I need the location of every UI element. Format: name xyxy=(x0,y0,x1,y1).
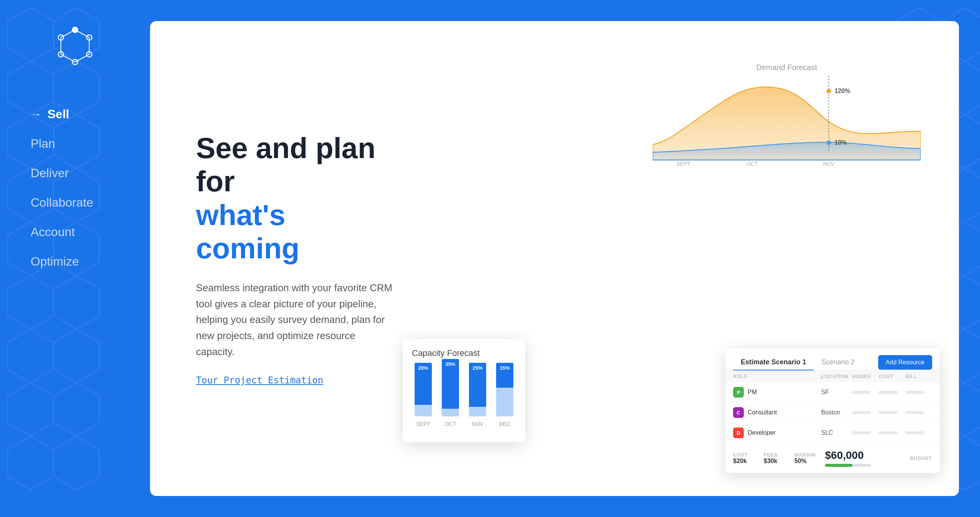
budget-bar-fill xyxy=(825,464,853,467)
fees-value: $30k xyxy=(764,458,794,465)
demand-forecast-chart: 120% 10% SEPT OCT NOV xyxy=(653,76,921,168)
bar-nov: 25% NOV xyxy=(466,363,489,427)
svg-marker-14 xyxy=(8,383,54,436)
charts-section: Demand Forecast xyxy=(426,52,928,465)
bar-sept-month: SEPT xyxy=(416,421,430,427)
role-badge-pm: P xyxy=(733,387,744,398)
bar-oct-month: OCT xyxy=(445,421,456,427)
bar-sept-label: 20% xyxy=(418,365,428,371)
cost-developer-bar xyxy=(879,431,898,434)
svg-marker-3 xyxy=(54,61,100,115)
table-row: D Developer SLC xyxy=(725,423,940,443)
location-consultant: Boston xyxy=(821,409,852,416)
table-row: C Consultant Boston xyxy=(725,403,940,423)
budget-col: $60,000 xyxy=(825,449,902,467)
sidebar-item-label: Collaborate xyxy=(31,196,93,210)
bar-dec-month: DEC xyxy=(499,421,511,427)
tab-scenario-2-label: Scenario 2 xyxy=(822,358,854,366)
estimate-tabs: Estimate Scenario 1 Scenario 2 Add Resou… xyxy=(725,348,940,370)
sidebar-item-label: Deliver xyxy=(31,166,69,180)
sidebar-item-label: Optimize xyxy=(31,254,79,269)
col-cost: COST xyxy=(879,373,905,379)
cost-consultant-bar xyxy=(879,411,898,414)
heading-line2: what's coming xyxy=(196,198,395,265)
estimate-card: Estimate Scenario 1 Scenario 2 Add Resou… xyxy=(725,348,940,473)
capacity-forecast-card: Capacity Forecast 20% SEPT xyxy=(403,339,525,442)
tab-scenario-1-label: Estimate Scenario 1 xyxy=(741,358,806,366)
tab-scenario-2[interactable]: Scenario 2 xyxy=(814,354,862,370)
bar-oct-label: 35% xyxy=(445,361,455,367)
capacity-forecast-title: Capacity Forecast xyxy=(412,348,516,358)
bar-oct: 35% OCT xyxy=(439,363,462,427)
cost-value: $20k xyxy=(733,458,764,465)
main-content-card: See and plan for what's coming Seamless … xyxy=(150,21,959,496)
role-cell-pm: P PM xyxy=(733,387,821,398)
add-resource-button[interactable]: Add Resource xyxy=(878,355,932,370)
tab-scenario-1[interactable]: Estimate Scenario 1 xyxy=(733,354,814,370)
col-role: ROLE xyxy=(733,373,821,379)
svg-text:10%: 10% xyxy=(835,139,847,146)
role-cell-consultant: C Consultant xyxy=(733,407,821,418)
svg-text:NOV: NOV xyxy=(823,161,835,167)
svg-text:120%: 120% xyxy=(835,88,850,94)
bar-sept: 20% SEPT xyxy=(412,363,434,427)
demand-forecast-card: Demand Forecast xyxy=(653,63,921,170)
cost-pm-bar xyxy=(879,391,898,394)
margin-value: 50% xyxy=(794,458,825,465)
demand-forecast-title: Demand Forecast xyxy=(653,63,921,72)
svg-text:OCT: OCT xyxy=(746,161,758,167)
capacity-chart: 20% SEPT 35% xyxy=(412,366,516,427)
svg-marker-17 xyxy=(54,436,100,490)
hours-pm-bar xyxy=(852,391,871,394)
role-name-consultant: Consultant xyxy=(748,409,777,416)
col-bill: BILL xyxy=(905,373,932,379)
budget-label: BUDGET xyxy=(910,455,932,461)
margin-col: MARGIN 50% xyxy=(794,452,825,465)
bar-nov-month: NOV xyxy=(472,421,483,427)
col-location: LOCATION xyxy=(821,373,852,379)
svg-marker-10 xyxy=(8,276,54,329)
svg-text:SEPT: SEPT xyxy=(676,161,691,167)
budget-bar xyxy=(825,464,871,467)
svg-marker-13 xyxy=(54,329,100,383)
cost-col: COST $20k xyxy=(733,452,764,465)
page-layout: → Sell Plan Deliver Collaborate Account … xyxy=(0,0,980,517)
svg-marker-12 xyxy=(8,329,54,383)
sidebar-item-label: Plan xyxy=(31,137,55,151)
svg-marker-15 xyxy=(54,383,100,436)
margin-label: MARGIN xyxy=(794,452,825,458)
svg-point-50 xyxy=(826,89,831,93)
table-row: P PM SF xyxy=(725,382,940,403)
svg-marker-0 xyxy=(8,8,54,61)
svg-point-52 xyxy=(826,140,831,145)
svg-marker-16 xyxy=(8,436,54,490)
tour-link[interactable]: Tour Project Estimation xyxy=(196,375,323,386)
svg-marker-2 xyxy=(8,61,54,115)
bar-dec: 15% DEC xyxy=(493,363,516,427)
footer-row: COST $20k FEES $30k MARGIN 50% $60,000 xyxy=(725,443,940,473)
budget-amount: $60,000 xyxy=(825,449,902,462)
location-pm: SF xyxy=(821,389,852,396)
bill-developer-bar xyxy=(905,431,924,434)
role-badge-developer: D xyxy=(733,427,744,438)
heading-line1: See and plan for xyxy=(196,131,395,198)
role-badge-consultant: C xyxy=(733,407,744,418)
sidebar-item-label: Account xyxy=(31,225,75,239)
location-developer: SLC xyxy=(821,429,852,436)
col-hours: HOURS xyxy=(852,373,879,379)
fees-label: FEES xyxy=(764,452,794,458)
main-description: Seamless integration with your favorite … xyxy=(196,280,395,360)
bill-consultant-bar xyxy=(905,411,924,414)
budget-label-col: BUDGET xyxy=(902,455,932,461)
cost-label: COST xyxy=(733,452,764,458)
svg-marker-1 xyxy=(54,8,100,61)
table-header: ROLE LOCATION HOURS COST BILL xyxy=(725,370,940,382)
bar-dec-label: 15% xyxy=(500,365,510,371)
hours-developer-bar xyxy=(852,431,871,434)
fees-col: FEES $30k xyxy=(764,452,794,465)
text-section: See and plan for what's coming Seamless … xyxy=(196,131,395,386)
role-cell-developer: D Developer xyxy=(733,427,821,438)
svg-marker-5 xyxy=(54,115,100,168)
svg-marker-11 xyxy=(54,276,100,329)
bill-pm-bar xyxy=(905,391,924,394)
